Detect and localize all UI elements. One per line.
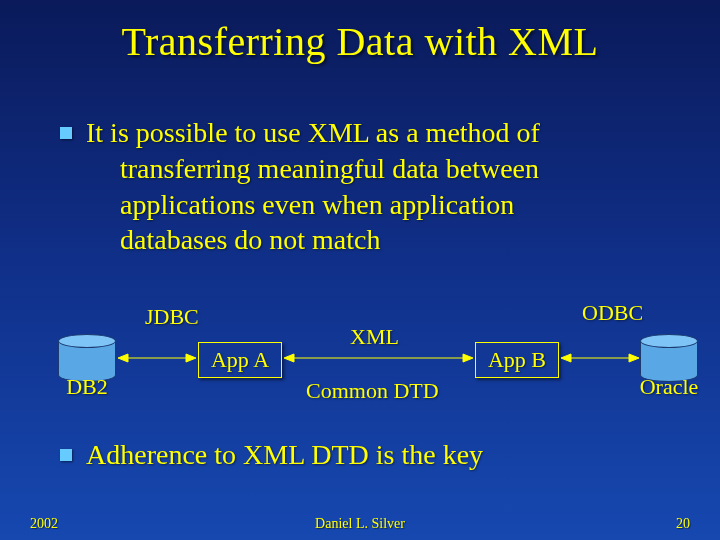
arrow-appb-to-oracle-icon bbox=[559, 348, 641, 368]
svg-marker-2 bbox=[118, 354, 128, 362]
cylinder-db2-icon: DB2 bbox=[58, 334, 116, 382]
db-left-label: DB2 bbox=[66, 374, 108, 400]
conn-left-label: JDBC bbox=[145, 304, 199, 330]
bullet-1-line4: databases do not match bbox=[120, 222, 670, 258]
bullet-1-line2: transferring meaningful data between bbox=[120, 151, 670, 187]
arrow-db2-to-appa-icon bbox=[116, 348, 198, 368]
cylinder-oracle-icon: Oracle bbox=[640, 334, 698, 382]
svg-marker-5 bbox=[284, 354, 294, 362]
footer-author: Daniel L. Silver bbox=[315, 516, 405, 532]
db-right-label: Oracle bbox=[640, 374, 699, 400]
conn-right-label: ODBC bbox=[582, 300, 643, 326]
bullet-1-line1: It is possible to use XML as a method of bbox=[86, 117, 540, 148]
footer-page-number: 20 bbox=[676, 516, 690, 532]
bullet-square-icon bbox=[60, 127, 72, 139]
slide: Transferring Data with XML It is possibl… bbox=[0, 0, 720, 540]
bullet-1: It is possible to use XML as a method of… bbox=[60, 115, 670, 258]
arrow-appa-to-appb-icon bbox=[282, 348, 475, 368]
xml-label: XML bbox=[350, 324, 399, 350]
app-a-box: App A bbox=[198, 342, 282, 378]
bullet-square-icon bbox=[60, 449, 72, 461]
diagram: DB2 JDBC App A XML Common DTD App B ODBC… bbox=[0, 290, 720, 420]
bullet-2: Adherence to XML DTD is the key bbox=[60, 437, 670, 473]
bullet-1-line3: applications even when application bbox=[120, 187, 670, 223]
svg-marker-8 bbox=[561, 354, 571, 362]
svg-marker-1 bbox=[186, 354, 196, 362]
app-b-box: App B bbox=[475, 342, 559, 378]
footer-year: 2002 bbox=[30, 516, 58, 532]
bullet-2-text: Adherence to XML DTD is the key bbox=[86, 439, 483, 470]
svg-marker-4 bbox=[463, 354, 473, 362]
svg-marker-7 bbox=[629, 354, 639, 362]
common-dtd-label: Common DTD bbox=[306, 378, 439, 404]
slide-title: Transferring Data with XML bbox=[0, 18, 720, 65]
